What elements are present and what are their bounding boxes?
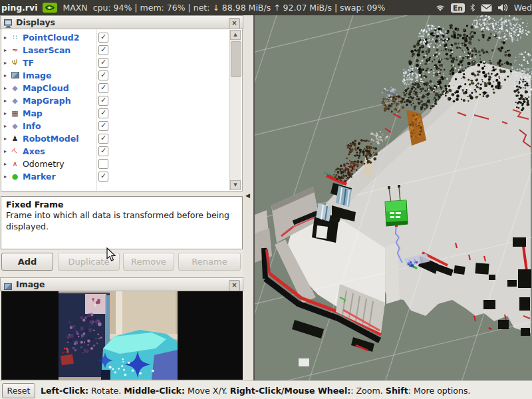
odometry-icon: ∧ <box>9 158 21 170</box>
help-segment: : More options. <box>408 386 471 396</box>
help-segment: Left-Click: <box>41 386 88 396</box>
scroll-down-button[interactable]: ▼ <box>230 180 241 190</box>
window-title: ping.rvi <box>1 3 37 13</box>
image-panel-icon <box>4 280 13 289</box>
status-bar: Reset Left-Click: Rotate. Middle-Click: … <box>0 380 532 399</box>
enabled-checkbox[interactable]: ✓ <box>98 33 108 43</box>
clock[interactable]: Wed <box>514 3 532 13</box>
display-label: Image <box>23 70 52 80</box>
rviz-window: ping.rvi MAXN cpu: 94% | mem: 76% | net:… <box>0 0 532 399</box>
display-row-laserscan[interactable]: ▸≈LaserScan✓ <box>1 44 230 57</box>
enabled-checkbox[interactable]: ✓ <box>98 96 108 106</box>
expand-arrow-icon[interactable]: ▸ <box>1 110 9 116</box>
display-row-image[interactable]: ▸Image✓ <box>1 69 230 82</box>
enabled-checkbox[interactable]: ✓ <box>98 146 108 156</box>
enabled-checkbox[interactable]: ✓ <box>98 172 108 182</box>
camera-image-view <box>1 291 243 380</box>
expand-arrow-icon[interactable]: ▸ <box>1 35 9 41</box>
displays-tree: ▸∷PointCloud2✓▸≈LaserScan✓▸ΨTF✓▸Image✓▸◆… <box>1 29 243 192</box>
add-button[interactable]: Add <box>1 253 53 271</box>
help-segment: Rotate. <box>88 386 124 396</box>
help-segment: Shift <box>386 386 408 396</box>
nvidia-logo <box>43 3 57 13</box>
display-row-axes[interactable]: ▸⊥Axes✓ <box>1 145 230 158</box>
help-segment: Move X/Y. <box>185 386 230 396</box>
scrollbar-thumb[interactable] <box>231 41 241 77</box>
help-segment: : Zoom. <box>350 386 386 396</box>
display-row-odometry[interactable]: ▸∧Odometry <box>1 158 230 170</box>
display-label: LaserScan <box>23 45 70 55</box>
language-indicator[interactable]: En <box>451 3 465 13</box>
marker-icon: ● <box>9 171 21 182</box>
expand-arrow-icon[interactable]: ▸ <box>1 85 9 91</box>
enabled-checkbox[interactable]: ✓ <box>98 121 108 131</box>
mapcloud-icon: ◆ <box>9 82 21 94</box>
display-label: Axes <box>23 146 45 156</box>
expand-arrow-icon[interactable]: ▸ <box>1 123 9 129</box>
help-body: Frame into which all data is transformed… <box>6 210 237 233</box>
enabled-checkbox[interactable]: ✓ <box>98 83 108 93</box>
image-icon <box>9 70 21 82</box>
display-label: Map <box>23 108 43 118</box>
gpu-mode-label: MAXN <box>63 3 87 13</box>
display-row-marker[interactable]: ▸●Marker✓ <box>1 170 230 183</box>
displays-scrollbar[interactable]: ▲ ▼ <box>229 30 241 190</box>
enabled-checkbox[interactable]: ✓ <box>98 134 108 144</box>
panel-gutter[interactable]: ◀ <box>243 15 255 380</box>
display-row-mapcloud[interactable]: ▸◆MapCloud✓ <box>1 82 230 94</box>
mouse-help-text: Left-Click: Rotate. Middle-Click: Move X… <box>41 386 471 396</box>
reset-button[interactable]: Reset <box>2 383 35 398</box>
display-label: Info <box>23 121 41 131</box>
display-label: RobotModel <box>23 134 78 144</box>
robotmodel-icon: ♟ <box>9 133 21 144</box>
expand-arrow-icon[interactable]: ▸ <box>1 72 9 78</box>
rename-button[interactable]: Rename <box>178 253 241 271</box>
expand-arrow-icon[interactable]: ▸ <box>1 98 9 104</box>
enabled-checkbox[interactable]: ✓ <box>98 108 108 118</box>
system-stats: cpu: 94% | mem: 76% | net: ↓ 88.98 MiB/s… <box>93 3 386 13</box>
displays-close-button[interactable]: × <box>229 18 240 29</box>
tf-icon: Ψ <box>8 56 22 70</box>
info-icon: ◆ <box>9 120 21 132</box>
enabled-checkbox[interactable]: ✓ <box>98 45 108 55</box>
help-segment: Middle-Click: <box>124 386 185 396</box>
mail-icon[interactable] <box>481 4 492 12</box>
volume-icon[interactable] <box>497 3 509 12</box>
help-title: Fixed Frame <box>6 200 237 209</box>
display-label: PointCloud2 <box>23 33 80 43</box>
expand-arrow-icon[interactable]: ▸ <box>1 161 9 167</box>
display-row-tf[interactable]: ▸ΨTF✓ <box>1 57 230 69</box>
image-close-button[interactable]: × <box>229 280 240 291</box>
enabled-checkbox[interactable]: ✓ <box>98 58 108 68</box>
display-label: MapCloud <box>23 83 69 93</box>
laserscan-icon: ≈ <box>9 45 21 56</box>
display-row-map[interactable]: ▸▦Map✓ <box>1 107 230 120</box>
image-panel-header[interactable]: Image × <box>0 277 243 291</box>
bluetooth-icon[interactable] <box>470 3 475 12</box>
image-panel-title: Image <box>16 279 45 289</box>
remove-button[interactable]: Remove <box>123 253 174 271</box>
display-row-info[interactable]: ▸◆Info✓ <box>1 120 230 132</box>
expand-arrow-icon[interactable]: ▸ <box>1 136 9 142</box>
expand-arrow-icon[interactable]: ▸ <box>1 174 9 180</box>
display-row-pointcloud2[interactable]: ▸∷PointCloud2✓ <box>1 31 230 44</box>
pointcloud-icon: ∷ <box>9 32 21 43</box>
system-top-bar: ping.rvi MAXN cpu: 94% | mem: 76% | net:… <box>0 0 532 16</box>
axes-icon: ⊥ <box>7 143 23 159</box>
expand-arrow-icon[interactable]: ▸ <box>1 47 9 53</box>
displays-panel-title: Displays <box>16 17 55 27</box>
displays-panel-header[interactable]: Displays × <box>0 15 243 29</box>
camera-photo <box>59 291 178 380</box>
3d-viewport[interactable] <box>255 15 532 380</box>
duplicate-button[interactable]: Duplicate <box>58 253 120 271</box>
enabled-checkbox[interactable]: ✓ <box>98 70 108 80</box>
enabled-checkbox[interactable] <box>98 159 108 169</box>
display-row-mapgraph[interactable]: ▸◆MapGraph✓ <box>1 94 230 107</box>
mapgraph-icon: ◆ <box>9 95 21 106</box>
scroll-up-button[interactable]: ▲ <box>230 30 241 40</box>
wifi-icon[interactable] <box>435 4 446 12</box>
property-help-box: Fixed Frame Frame into which all data is… <box>1 196 243 249</box>
display-row-robotmodel[interactable]: ▸♟RobotModel✓ <box>1 132 230 145</box>
collapse-panel-icon[interactable]: ◀ <box>245 192 250 199</box>
display-label: MapGraph <box>23 96 71 106</box>
